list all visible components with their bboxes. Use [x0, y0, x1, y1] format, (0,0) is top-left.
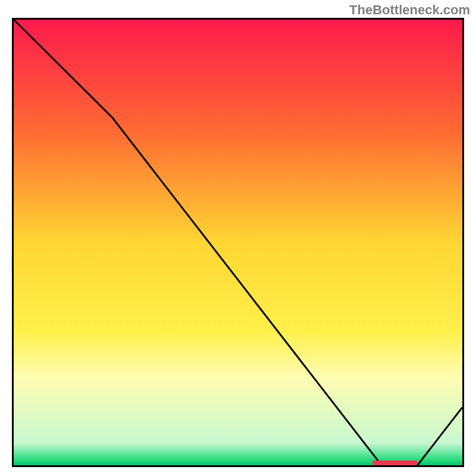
chart-plot-area [12, 18, 464, 467]
chart-line [14, 20, 462, 465]
highlight-marker [372, 461, 417, 465]
watermark-text: TheBottleneck.com [349, 2, 470, 18]
